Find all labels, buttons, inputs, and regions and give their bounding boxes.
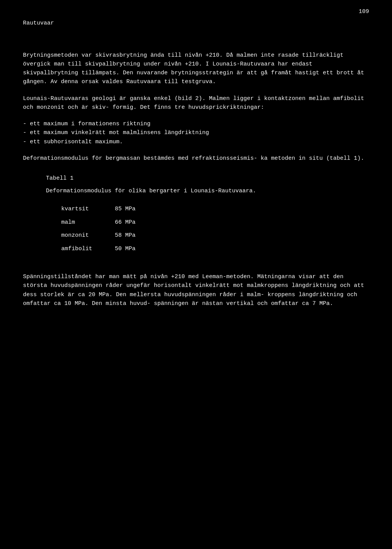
table-row: malm 66 MPa xyxy=(61,218,369,227)
bullet-list: - ett maximum i formationens riktning - … xyxy=(23,120,369,146)
table-row: monzonit 58 MPa xyxy=(61,231,369,240)
paragraph-geology: Lounais-Rautuvaaras geologi är ganska en… xyxy=(23,94,369,112)
table-cell-value: 50 MPa xyxy=(115,245,153,254)
main-content: Brytningsmetoden var skivrasbrytning änd… xyxy=(23,51,369,308)
paragraph-deformation: Deformationsmodulus för bergmassan bestä… xyxy=(23,154,369,163)
paragraph-intro: Brytningsmetoden var skivrasbrytning änd… xyxy=(23,51,369,87)
data-table: kvartsit 85 MPa malm 66 MPa monzonit 58 … xyxy=(61,205,369,253)
table-title: Tabell 1 xyxy=(46,174,369,183)
table-cell-label: kvartsit xyxy=(61,205,115,214)
list-item: - ett maximum vinkelrätt mot malmlinsens… xyxy=(23,128,369,137)
table-cell-label: malm xyxy=(61,218,115,227)
page-container: 109 Rautuvaar Brytningsmetoden var skivr… xyxy=(0,0,392,339)
table-subtitle: Deformationsmodulus för olika bergarter … xyxy=(46,187,369,196)
table-row: kvartsit 85 MPa xyxy=(61,205,369,214)
table-cell-value: 85 MPa xyxy=(115,205,153,214)
table-cell-label: amfibolit xyxy=(61,245,115,254)
table-cell-value: 66 MPa xyxy=(115,218,153,227)
table-cell-value: 58 MPa xyxy=(115,231,153,240)
list-item: - ett subhorisontalt maximum. xyxy=(23,138,369,146)
table-row: amfibolit 50 MPa xyxy=(61,245,369,254)
paragraph-stress: Spänningstillståndet har man mätt på niv… xyxy=(23,272,369,308)
table-cell-label: monzonit xyxy=(61,231,115,240)
list-item: - ett maximum i formationens riktning xyxy=(23,120,369,128)
page-number: 109 xyxy=(359,8,369,16)
page-title: Rautuvaar xyxy=(23,19,369,28)
